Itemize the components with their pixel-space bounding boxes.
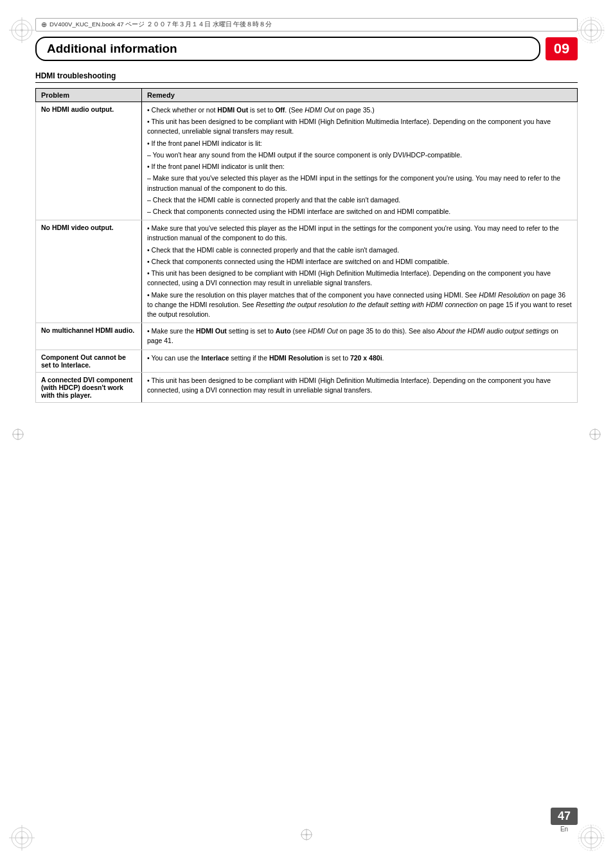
page-number: 47	[551, 808, 578, 825]
table-row: A connected DVI component (with HDCP) do…	[36, 372, 578, 402]
side-marker-right	[589, 428, 601, 441]
problem-cell-4: A connected DVI component (with HDCP) do…	[36, 372, 142, 402]
problem-cell-0: No HDMI audio output.	[36, 102, 142, 220]
remedy-cell-0: • Check whether or not HDMI Out is set t…	[142, 102, 578, 220]
section-number-box: 09	[546, 37, 578, 60]
file-info-bar: ⊕ DV400V_KUC_EN.book 47 ページ ２００７年３月１４日 水…	[35, 18, 578, 31]
col-header-remedy: Remedy	[142, 89, 578, 102]
remedy-cell-4: • This unit has been designed to be comp…	[142, 372, 578, 402]
subsection-title: HDMI troubleshooting	[35, 71, 116, 80]
problem-cell-1: No HDMI video output.	[36, 220, 142, 323]
side-marker-left	[12, 428, 24, 441]
corner-mark-br	[577, 824, 605, 852]
svg-point-9	[590, 29, 592, 31]
problem-cell-2: No multichannel HDMI audio.	[36, 323, 142, 350]
svg-point-20	[590, 837, 592, 839]
svg-point-25	[17, 433, 19, 435]
svg-point-4	[21, 29, 23, 31]
svg-point-15	[21, 837, 23, 839]
corner-mark-bl	[8, 824, 36, 852]
problem-cell-3: Component Out cannot be set to Interlace…	[36, 350, 142, 372]
page-footer: 47 En	[551, 808, 578, 833]
troubleshooting-table: Problem Remedy No HDMI audio output.• Ch…	[35, 88, 578, 403]
col-header-problem: Problem	[36, 89, 142, 102]
svg-point-29	[594, 433, 596, 435]
svg-point-33	[306, 834, 308, 836]
table-row: No multichannel HDMI audio.• Make sure t…	[36, 323, 578, 350]
subsection-heading: HDMI troubleshooting	[35, 71, 578, 83]
section-header: Additional information 09	[35, 37, 578, 61]
section-number: 09	[554, 40, 569, 57]
file-info-text: DV400V_KUC_EN.book 47 ページ ２００７年３月１４日 水曜日…	[49, 21, 272, 29]
section-title: Additional information	[47, 42, 177, 55]
content-area: Additional information 09 HDMI troublesh…	[35, 37, 578, 403]
remedy-cell-1: • Make sure that you've selected this pl…	[142, 220, 578, 323]
bottom-center-mark	[300, 828, 313, 842]
table-row: Component Out cannot be set to Interlace…	[36, 350, 578, 372]
corner-mark-tl	[8, 16, 36, 44]
remedy-cell-3: • You can use the Interlace setting if t…	[142, 350, 578, 372]
arrow-icon: ⊕	[41, 21, 47, 29]
remedy-cell-2: • Make sure the HDMI Out setting is set …	[142, 323, 578, 350]
table-row: No HDMI audio output.• Check whether or …	[36, 102, 578, 220]
page-lang: En	[560, 826, 568, 833]
section-title-box: Additional information	[35, 37, 540, 61]
table-row: No HDMI video output.• Make sure that yo…	[36, 220, 578, 323]
corner-mark-tr	[577, 16, 605, 44]
